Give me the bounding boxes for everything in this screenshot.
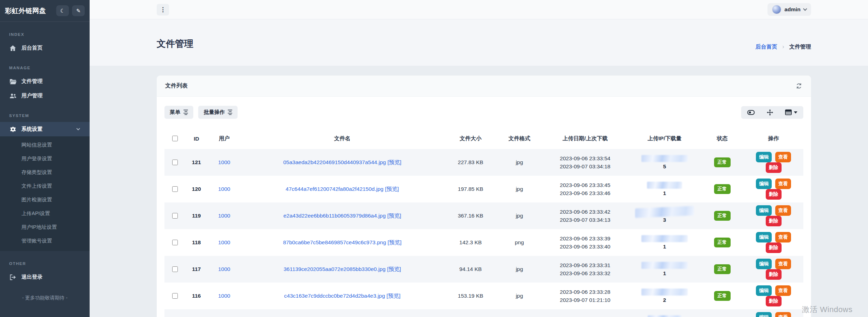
delete-button[interactable]: 删除 bbox=[766, 269, 782, 280]
topbar: ⋮ admin bbox=[90, 0, 868, 19]
upload-dates: 2023-09-06 23:33:45 2023-09-06 23:33:46 bbox=[542, 176, 628, 202]
preview-link[interactable]: [预览] bbox=[387, 266, 401, 272]
edit-button[interactable]: 编辑 bbox=[756, 259, 772, 269]
delete-button[interactable]: 删除 bbox=[766, 216, 782, 226]
refresh-icon[interactable] bbox=[795, 82, 803, 90]
view-button[interactable]: 查看 bbox=[775, 259, 791, 269]
breadcrumb: 后台首页 › 文件管理 bbox=[756, 43, 811, 51]
sidebar-subitem-file-upload[interactable]: 文件上传设置 bbox=[0, 179, 90, 193]
edit-button[interactable]: 编辑 bbox=[756, 205, 772, 216]
user-link[interactable]: 1000 bbox=[218, 266, 230, 272]
file-size: 1.28 MB bbox=[444, 309, 497, 317]
ip-downloads-cell: 3 bbox=[628, 202, 701, 229]
dark-mode-button[interactable]: ☾ bbox=[56, 5, 69, 16]
view-button[interactable]: 查看 bbox=[775, 232, 791, 242]
user-link[interactable]: 1000 bbox=[218, 239, 230, 245]
delete-button[interactable]: 删除 bbox=[766, 242, 782, 253]
table-row: 115 1000 db3c706df7ad8e0b824e7876eb1d36b… bbox=[164, 309, 803, 317]
preview-link[interactable]: [预览] bbox=[385, 186, 399, 192]
actions-cell: 编辑 查看 删除 bbox=[744, 176, 803, 202]
file-size: 142.3 KB bbox=[444, 229, 497, 256]
card-header: 文件列表 bbox=[157, 76, 811, 97]
content-area: 文件列表 菜单 bbox=[90, 66, 868, 317]
sidebar-subitem-storage-type[interactable]: 存储类型设置 bbox=[0, 166, 90, 179]
view-button[interactable]: 查看 bbox=[775, 179, 791, 189]
row-select-cell bbox=[164, 176, 185, 202]
status-badge: 正常 bbox=[714, 211, 731, 221]
upload-dates: 2023-09-06 23:33:42 2023-09-07 03:34:13 bbox=[542, 202, 628, 229]
file-format: jpg bbox=[497, 283, 542, 309]
topbar-more-button[interactable]: ⋮ bbox=[157, 4, 169, 15]
edit-button[interactable]: 编辑 bbox=[756, 312, 772, 317]
breadcrumb-current: 文件管理 bbox=[789, 44, 811, 50]
file-link[interactable]: 87b0ca6be7c5be8469857ce49c6c973.png bbox=[283, 239, 386, 245]
sidebar-item-user-manage[interactable]: 用户管理 bbox=[0, 89, 90, 103]
edit-button[interactable]: 编辑 bbox=[756, 179, 772, 189]
file-format: jpg bbox=[497, 202, 542, 229]
sidebar-subitem-site-info[interactable]: 网站信息设置 bbox=[0, 138, 90, 152]
sidebar-item-home[interactable]: 后台首页 bbox=[0, 41, 90, 55]
sidebar-section-label: OTHER bbox=[0, 251, 90, 270]
row-checkbox[interactable] bbox=[172, 240, 178, 245]
file-link[interactable]: c43c163e7c9ddccbc0be72d4d2ba4e3.jpg bbox=[284, 293, 385, 299]
user-menu[interactable]: admin bbox=[767, 3, 811, 16]
toggle-icon bbox=[747, 110, 755, 115]
actions-cell: 编辑 查看 删除 bbox=[744, 283, 803, 309]
user-link[interactable]: 1000 bbox=[218, 159, 230, 165]
row-checkbox[interactable] bbox=[172, 293, 178, 299]
user-link[interactable]: 1000 bbox=[218, 293, 230, 299]
breadcrumb-home-link[interactable]: 后台首页 bbox=[756, 44, 777, 50]
file-link[interactable]: e2a43d22ee6bb6b11b06053979d86a4.jpg bbox=[283, 213, 386, 219]
preview-link[interactable]: [预览] bbox=[387, 159, 401, 165]
file-format: jpg bbox=[497, 149, 542, 176]
sidebar-subitem-user-login[interactable]: 用户登录设置 bbox=[0, 152, 90, 166]
row-checkbox[interactable] bbox=[172, 213, 178, 219]
edit-button[interactable]: 编辑 bbox=[756, 232, 772, 242]
menu-button[interactable]: 菜单 bbox=[164, 106, 193, 119]
view-button[interactable]: 查看 bbox=[775, 152, 791, 162]
fullscreen-move-button[interactable] bbox=[761, 106, 779, 119]
sidebar-item-logout[interactable]: 退出登录 bbox=[0, 270, 90, 284]
sidebar-subitem-image-check[interactable]: 图片检测设置 bbox=[0, 193, 90, 207]
file-format: jpg bbox=[497, 256, 542, 283]
view-button[interactable]: 查看 bbox=[775, 205, 791, 216]
edit-button[interactable]: 编辑 bbox=[756, 285, 772, 296]
view-button[interactable]: 查看 bbox=[775, 285, 791, 296]
download-count: 1 bbox=[630, 270, 699, 277]
sidebar-item-file-manage[interactable]: 文件管理 bbox=[0, 74, 90, 89]
columns-dropdown-button[interactable] bbox=[779, 106, 803, 118]
theme-brush-button[interactable]: ✎ bbox=[72, 5, 85, 16]
file-link[interactable]: 05a3aeda2b4220469150d440937a544.jpg bbox=[283, 159, 386, 165]
upload-dates: 2023-09-06 23:33:31 2023-09-06 23:33:32 bbox=[542, 256, 628, 283]
view-button[interactable]: 查看 bbox=[775, 312, 791, 317]
edit-button[interactable]: 编辑 bbox=[756, 152, 772, 162]
user-link[interactable]: 1000 bbox=[218, 213, 230, 219]
preview-link[interactable]: [预览] bbox=[387, 213, 401, 219]
menu-lines-icon bbox=[183, 110, 188, 115]
batch-actions-button[interactable]: 批量操作 bbox=[198, 106, 238, 119]
delete-button[interactable]: 删除 bbox=[766, 162, 782, 173]
user-link[interactable]: 1000 bbox=[218, 186, 230, 192]
file-link[interactable]: 47c644a7ef61200742fa80a2f42150d.jpg bbox=[286, 186, 383, 192]
select-all-cell bbox=[164, 129, 185, 149]
row-checkbox[interactable] bbox=[172, 266, 178, 272]
file-id: 121 bbox=[185, 149, 208, 176]
toggle-view-button[interactable] bbox=[741, 106, 761, 118]
sidebar-subitem-user-ip[interactable]: 用户IP地址设置 bbox=[0, 220, 90, 234]
row-checkbox[interactable] bbox=[172, 186, 178, 192]
delete-button[interactable]: 删除 bbox=[766, 296, 782, 306]
sidebar-item-system-settings[interactable]: 系统设置 bbox=[0, 122, 90, 136]
delete-button[interactable]: 删除 bbox=[766, 189, 782, 200]
preview-link[interactable]: [预览] bbox=[387, 293, 401, 299]
row-checkbox[interactable] bbox=[172, 160, 178, 165]
sidebar-subitem-admin-account[interactable]: 管理账号设置 bbox=[0, 234, 90, 248]
caret-down-icon bbox=[794, 111, 797, 114]
sidebar-subitem-upload-api[interactable]: 上传API设置 bbox=[0, 207, 90, 220]
file-link[interactable]: 361139ce202055aa072e2085bb330e0.jpg bbox=[284, 266, 386, 272]
file-list-card: 文件列表 菜单 bbox=[157, 76, 811, 317]
files-table: ID 用户 文件名 文件大小 文件格式 上传日期/上次下载 上传IP/下载量 状… bbox=[164, 129, 803, 317]
select-all-checkbox[interactable] bbox=[172, 136, 178, 141]
row-select-cell bbox=[164, 283, 185, 309]
sidebar-submenu: 网站信息设置用户登录设置存储类型设置文件上传设置图片检测设置上传API设置用户I… bbox=[0, 136, 90, 251]
preview-link[interactable]: [预览] bbox=[388, 239, 402, 245]
